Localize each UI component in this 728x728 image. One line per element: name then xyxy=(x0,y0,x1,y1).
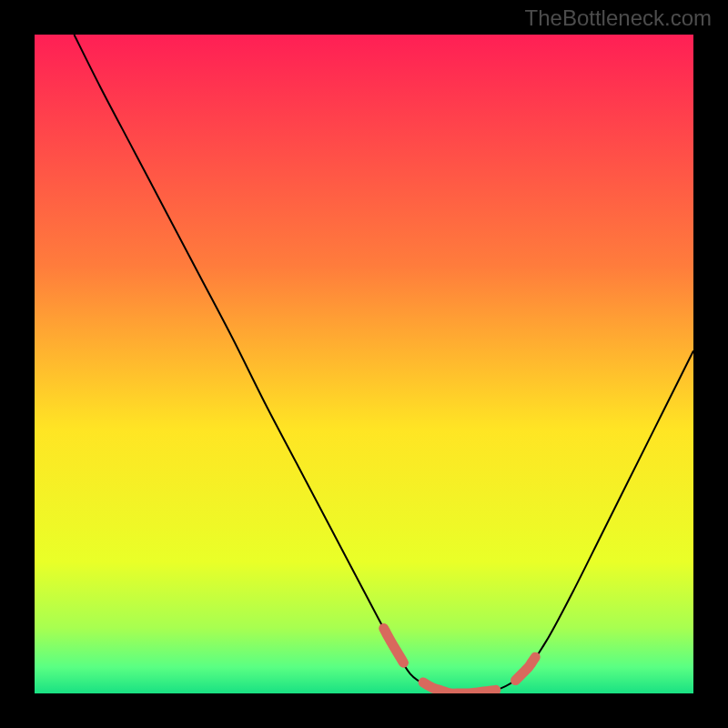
bottleneck-chart xyxy=(35,35,693,693)
watermark-text: TheBottleneck.com xyxy=(525,5,712,31)
chart-container xyxy=(35,35,693,693)
gradient-background xyxy=(35,35,693,693)
